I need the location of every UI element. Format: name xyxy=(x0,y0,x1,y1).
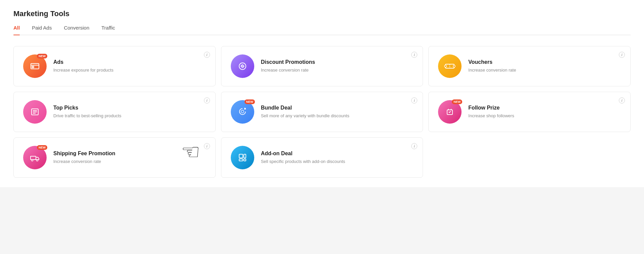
discount-text: Discount Promotions Increase conversion … xyxy=(261,59,414,73)
tab-paid-ads[interactable]: Paid Ads xyxy=(32,25,52,35)
ads-icon-wrap: NEW xyxy=(23,54,47,78)
bundle-desc: Sell more of any variety with bundle dis… xyxy=(261,113,414,119)
svg-point-17 xyxy=(37,160,38,161)
shipping-text: Shipping Fee Promotion Increase conversi… xyxy=(53,151,206,165)
vouchers-icon xyxy=(438,54,462,78)
svg-point-16 xyxy=(32,160,33,161)
bundle-name: Bundle Deal xyxy=(261,105,414,111)
page-title: Marketing Tools xyxy=(13,9,631,18)
svg-point-7 xyxy=(453,65,455,67)
top-picks-info-icon[interactable]: i xyxy=(204,97,210,103)
top-picks-icon xyxy=(23,100,47,124)
svg-rect-18 xyxy=(239,154,243,158)
vouchers-info-icon[interactable]: i xyxy=(619,52,625,58)
svg-text:%: % xyxy=(241,65,244,68)
tab-conversion[interactable]: Conversion xyxy=(64,25,89,35)
svg-rect-20 xyxy=(244,154,246,158)
ads-name: Ads xyxy=(53,59,206,65)
svg-rect-15 xyxy=(31,156,36,160)
tool-card-vouchers[interactable]: Vouchers Increase conversion rate i xyxy=(428,46,631,86)
tools-grid: NEW Ads Increase exposure for products i… xyxy=(13,46,631,178)
discount-info-icon[interactable]: i xyxy=(411,52,417,58)
ads-info-icon[interactable]: i xyxy=(204,52,210,58)
shipping-new-badge: NEW xyxy=(37,145,47,150)
vouchers-name: Vouchers xyxy=(468,59,621,65)
tab-all[interactable]: All xyxy=(13,25,20,35)
svg-rect-2 xyxy=(32,66,34,68)
addon-desc: Sell specific products with add-on disco… xyxy=(261,159,414,165)
svg-rect-19 xyxy=(239,159,243,161)
shipping-info-icon[interactable]: i xyxy=(204,143,210,149)
tool-card-shipping[interactable]: NEW Shipping Fee Promotion Increase conv… xyxy=(13,137,216,178)
follow-prize-name: Follow Prize xyxy=(468,105,621,111)
bundle-info-icon[interactable]: i xyxy=(411,97,417,103)
tool-card-discount[interactable]: % Discount Promotions Increase conversio… xyxy=(221,46,423,86)
vouchers-text: Vouchers Increase conversion rate xyxy=(468,59,621,73)
follow-prize-info-icon[interactable]: i xyxy=(619,97,625,103)
shipping-desc: Increase conversion rate xyxy=(53,159,206,165)
shipping-name: Shipping Fee Promotion xyxy=(53,151,206,157)
bundle-text: Bundle Deal Sell more of any variety wit… xyxy=(261,105,414,119)
top-picks-text: Top Picks Drive traffic to best-selling … xyxy=(53,105,206,119)
svg-point-13 xyxy=(241,110,244,113)
tool-card-addon[interactable]: Add-on Deal Sell specific products with … xyxy=(221,137,423,178)
discount-icon: % xyxy=(231,54,254,78)
ads-text: Ads Increase exposure for products xyxy=(53,59,206,73)
svg-rect-21 xyxy=(244,159,246,161)
top-picks-name: Top Picks xyxy=(53,105,206,111)
discount-name: Discount Promotions xyxy=(261,59,414,65)
addon-icon xyxy=(231,146,254,169)
ads-new-badge: NEW xyxy=(37,54,47,58)
addon-info-icon[interactable]: i xyxy=(411,143,417,149)
tool-card-ads[interactable]: NEW Ads Increase exposure for products i xyxy=(13,46,216,86)
shipping-icon-wrap: NEW xyxy=(23,146,47,169)
follow-prize-desc: Increase shop followers xyxy=(468,113,621,119)
page-container: Marketing Tools All Paid Ads Conversion … xyxy=(0,0,644,187)
tool-card-top-picks[interactable]: Top Picks Drive traffic to best-selling … xyxy=(13,92,216,132)
follow-prize-text: Follow Prize Increase shop followers xyxy=(468,105,621,119)
addon-name: Add-on Deal xyxy=(261,151,414,157)
discount-desc: Increase conversion rate xyxy=(261,67,414,73)
vouchers-desc: Increase conversion rate xyxy=(468,67,621,73)
addon-text: Add-on Deal Sell specific products with … xyxy=(261,151,414,165)
ads-desc: Increase exposure for products xyxy=(53,67,206,73)
bundle-new-badge: NEW xyxy=(245,99,255,104)
vouchers-icon-wrap xyxy=(438,54,462,78)
follow-prize-new-badge: NEW xyxy=(452,99,462,104)
tool-card-follow-prize[interactable]: NEW Follow Prize Increase shop followers… xyxy=(428,92,631,132)
follow-prize-icon-wrap: NEW xyxy=(438,100,462,124)
tabs-bar: All Paid Ads Conversion Traffic xyxy=(13,25,631,35)
top-picks-icon-wrap xyxy=(23,100,47,124)
bundle-icon-wrap: NEW xyxy=(231,100,254,124)
tool-card-bundle[interactable]: NEW Bundle Deal Sell more of any variety… xyxy=(221,92,423,132)
svg-point-6 xyxy=(444,65,446,67)
tab-traffic[interactable]: Traffic xyxy=(101,25,115,35)
addon-icon-wrap xyxy=(231,146,254,169)
top-picks-desc: Drive traffic to best-selling products xyxy=(53,113,206,119)
discount-icon-wrap: % xyxy=(231,54,254,78)
